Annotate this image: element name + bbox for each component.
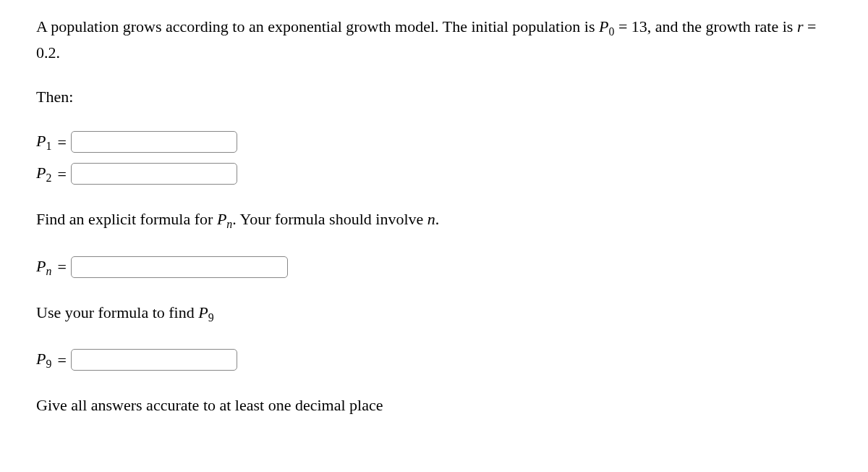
p2-row: P2 = xyxy=(36,161,832,187)
r-symbol: r xyxy=(797,17,804,35)
p1-row: P1 = xyxy=(36,129,832,155)
explicit-prompt: Find an explicit formula for Pn. Your fo… xyxy=(36,207,832,233)
pn-symbol-inline: Pn xyxy=(217,210,232,228)
footer-text: Give all answers accurate to at least on… xyxy=(36,393,832,417)
pn-label: Pn xyxy=(36,254,51,280)
pn-row: Pn = xyxy=(36,254,832,280)
p9-input[interactable] xyxy=(71,349,237,371)
p2-input[interactable] xyxy=(71,163,237,185)
p2-label: P2 xyxy=(36,161,51,187)
p1-label: P1 xyxy=(36,129,51,155)
p9-prompt: Use your formula to find P9 xyxy=(36,300,832,326)
p0-symbol: P0 xyxy=(599,17,614,35)
intro-text: A population grows according to an expon… xyxy=(36,14,832,64)
r-value: 0.2 xyxy=(36,43,56,62)
then-label: Then: xyxy=(36,85,832,109)
pn-input[interactable] xyxy=(71,256,288,278)
p9-label: P9 xyxy=(36,347,51,373)
p9-symbol-inline: P9 xyxy=(198,303,213,321)
p1-input[interactable] xyxy=(71,131,237,153)
n-symbol: n xyxy=(427,210,435,228)
p9-row: P9 = xyxy=(36,347,832,373)
intro-part1: A population grows according to an expon… xyxy=(36,17,599,35)
p0-value: 13 xyxy=(631,17,647,35)
